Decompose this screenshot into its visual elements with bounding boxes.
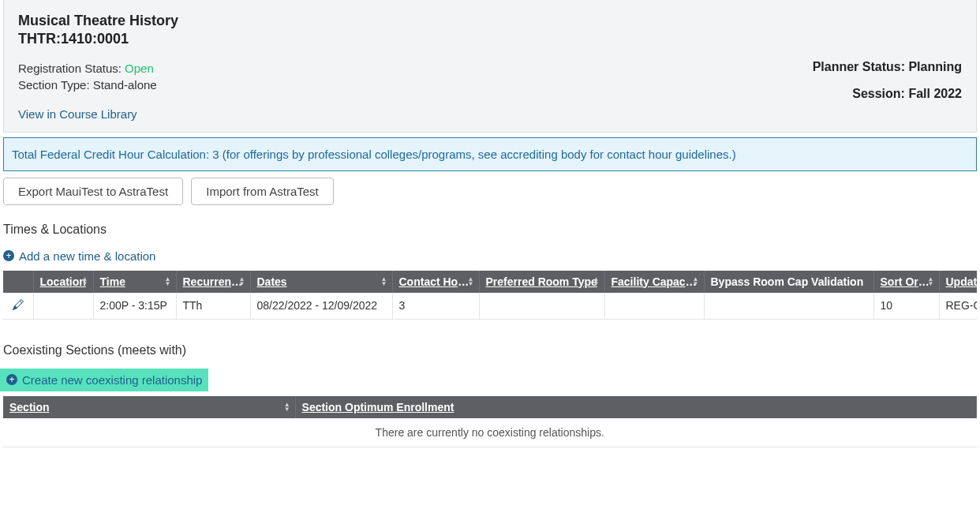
cell-location xyxy=(33,293,93,319)
times-locations-table: Location▲▼ Time▲▼ Recurrence▲▼ Dates▲▼ C… xyxy=(3,271,977,319)
plus-circle-icon: + xyxy=(6,374,17,385)
registration-status-label: Registration Status: xyxy=(18,62,125,75)
create-coexisting-highlight: + Create new coexisting relationship xyxy=(0,369,208,391)
cell-recurrence: TTh xyxy=(176,293,250,319)
col-edit xyxy=(3,271,33,293)
session-value: Fall 2022 xyxy=(908,87,962,100)
col-preferred-room-type[interactable]: Preferred Room Type▲▼ xyxy=(479,271,604,293)
export-button[interactable]: Export MauiTest to AstraTest xyxy=(3,178,183,205)
import-button[interactable]: Import from AstraTest xyxy=(191,178,334,205)
col-time[interactable]: Time▲▼ xyxy=(93,271,176,293)
cell-updated-by: REG-CO xyxy=(939,293,977,319)
col-updated-by[interactable]: Updated By xyxy=(939,271,977,293)
cell-contact-hours: 3 xyxy=(392,293,479,319)
registration-status-line: Registration Status: Open xyxy=(18,62,813,75)
cell-dates: 08/22/2022 - 12/09/2022 xyxy=(250,293,392,319)
create-coexisting-link[interactable]: + Create new coexisting relationship xyxy=(6,373,202,387)
cell-facility-capacity xyxy=(604,293,704,319)
empty-message: There are currently no coexisting relati… xyxy=(3,418,977,447)
sort-arrows-icon: ▲▼ xyxy=(593,277,600,286)
sort-arrows-icon: ▲▼ xyxy=(381,277,387,286)
coexisting-table: Section▲▼ Section Optimum Enrollment The… xyxy=(3,396,977,447)
sort-arrows-icon: ▲▼ xyxy=(693,277,699,286)
plus-circle-icon: + xyxy=(3,250,14,261)
edit-row-button[interactable] xyxy=(3,293,33,319)
cell-preferred-room-type xyxy=(479,293,604,319)
sort-arrows-icon: ▲▼ xyxy=(928,277,934,286)
col-section[interactable]: Section▲▼ xyxy=(3,396,295,418)
col-bypass: Bypass Room Cap Validation xyxy=(704,271,873,293)
col-contact-hours[interactable]: Contact Hours▲▼ xyxy=(392,271,479,293)
col-location[interactable]: Location▲▼ xyxy=(33,271,93,293)
add-time-location-label: Add a new time & location xyxy=(19,249,155,263)
export-import-button-row: Export MauiTest to AstraTest Import from… xyxy=(3,178,977,205)
view-course-library-link[interactable]: View in Course Library xyxy=(18,107,137,121)
col-optimum-enrollment[interactable]: Section Optimum Enrollment xyxy=(295,396,976,418)
sort-arrows-icon: ▲▼ xyxy=(82,277,88,286)
times-locations-table-wrap: Location▲▼ Time▲▼ Recurrence▲▼ Dates▲▼ C… xyxy=(3,271,977,320)
sort-arrows-icon: ▲▼ xyxy=(165,277,171,286)
header-left: Musical Theatre History THTR:1410:0001 R… xyxy=(18,13,813,121)
planner-status-value: Planning xyxy=(908,60,962,73)
registration-status-value: Open xyxy=(125,62,154,75)
section-type-line: Section Type: Stand-alone xyxy=(18,78,813,92)
col-sort-order[interactable]: Sort Order▲▼ xyxy=(873,271,939,293)
create-coexisting-label: Create new coexisting relationship xyxy=(22,373,202,387)
sort-arrows-icon: ▲▼ xyxy=(284,402,290,412)
session-line: Session: Fall 2022 xyxy=(813,87,962,101)
planner-status-label: Planner Status: xyxy=(813,60,909,73)
col-facility-capacity[interactable]: Facility Capacity▲▼ xyxy=(604,271,704,293)
table-row: 2:00P - 3:15P TTh 08/22/2022 - 12/09/202… xyxy=(3,293,977,319)
session-label: Session: xyxy=(852,87,908,100)
table-empty-row: There are currently no coexisting relati… xyxy=(3,418,977,447)
sort-arrows-icon: ▲▼ xyxy=(239,277,245,286)
times-locations-heading: Times & Locations xyxy=(3,223,977,237)
col-recurrence[interactable]: Recurrence▲▼ xyxy=(176,271,250,293)
course-header-panel: Musical Theatre History THTR:1410:0001 R… xyxy=(3,0,977,133)
coexisting-table-wrap: Section▲▼ Section Optimum Enrollment The… xyxy=(3,396,977,447)
course-title: Musical Theatre History xyxy=(18,13,813,29)
cell-bypass xyxy=(704,293,873,319)
section-type-label: Section Type: xyxy=(18,78,93,92)
cell-time: 2:00P - 3:15P xyxy=(93,293,176,319)
coexisting-heading: Coexisting Sections (meets with) xyxy=(3,343,977,357)
add-time-location-link[interactable]: + Add a new time & location xyxy=(3,249,155,263)
course-code: THTR:1410:0001 xyxy=(18,31,813,47)
section-type-value: Stand-alone xyxy=(93,78,157,92)
credit-hour-banner: Total Federal Credit Hour Calculation: 3… xyxy=(3,137,977,171)
pencil-icon xyxy=(13,299,24,310)
header-right: Planner Status: Planning Session: Fall 2… xyxy=(813,13,962,121)
planner-status-line: Planner Status: Planning xyxy=(813,60,962,74)
sort-arrows-icon: ▲▼ xyxy=(468,277,474,286)
cell-sort-order: 10 xyxy=(873,293,939,319)
col-dates[interactable]: Dates▲▼ xyxy=(250,271,392,293)
